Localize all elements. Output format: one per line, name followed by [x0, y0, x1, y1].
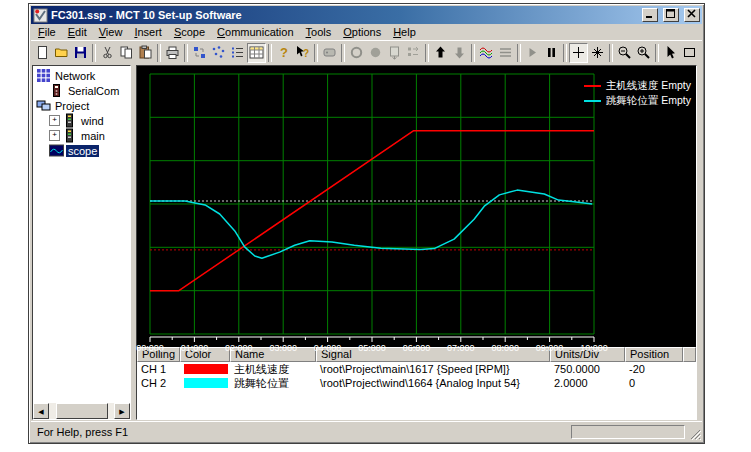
- x-tick-label: 07:000: [447, 343, 475, 353]
- x-tick-label: 02:000: [225, 343, 253, 353]
- column-header-position[interactable]: Position: [625, 347, 683, 362]
- zoom-in-icon[interactable]: [634, 43, 653, 63]
- pause-icon[interactable]: [542, 43, 561, 63]
- new-icon[interactable]: [33, 43, 52, 63]
- menu-edit[interactable]: Edit: [62, 25, 93, 39]
- main-window: FC301.ssp - MCT 10 Set-up Software FileE…: [28, 3, 705, 444]
- toolbar-separator: [341, 44, 345, 62]
- channel-color-swatch: [184, 378, 228, 388]
- print-icon[interactable]: [163, 43, 182, 63]
- tree-item-label: main: [79, 130, 107, 142]
- tree-item-network[interactable]: Network: [33, 68, 130, 83]
- scope-chart[interactable]: 00:00001:00002:00003:00004:00005:00006:0…: [137, 66, 696, 347]
- tree-item-label: scope: [66, 145, 99, 157]
- tree-item-serialcom[interactable]: SerialCom: [33, 83, 130, 98]
- open-icon[interactable]: [52, 43, 71, 63]
- tree-item-project[interactable]: Project: [33, 98, 130, 113]
- zoom-box-icon[interactable]: [680, 43, 699, 63]
- stop-icon: [347, 43, 366, 63]
- scrollbar-track[interactable]: [49, 403, 114, 419]
- pointer-icon[interactable]: [661, 43, 680, 63]
- step-right-icon[interactable]: [699, 43, 702, 63]
- x-tick-label: 01:000: [181, 343, 209, 353]
- cell-units_div: 2.0000: [550, 377, 625, 389]
- tree-item-label: wind: [79, 115, 106, 127]
- network-scan-icon[interactable]: [209, 43, 228, 63]
- cell-name: 跳舞轮位置: [230, 376, 316, 391]
- cut-icon[interactable]: [98, 43, 117, 63]
- zoom-out-icon[interactable]: [615, 43, 634, 63]
- menu-tools[interactable]: Tools: [300, 25, 338, 39]
- parameter-sort-icon[interactable]: [190, 43, 209, 63]
- maximize-button[interactable]: [663, 8, 679, 22]
- record-icon: [366, 43, 385, 63]
- connect-drive-icon: [320, 43, 339, 63]
- legend-label: 主机线速度 Empty: [606, 79, 691, 93]
- toolbar: ??: [31, 40, 702, 64]
- scroll-right-button[interactable]: ▶: [114, 403, 130, 419]
- x-tick-label: 10:000: [580, 343, 608, 353]
- toolbar-separator: [184, 44, 188, 62]
- table-row[interactable]: CH 1主机线速度\root\Project\main\1617 {Speed …: [137, 362, 696, 376]
- column-header-filler: [683, 347, 696, 362]
- table-row[interactable]: CH 2跳舞轮位置\root\Project\wind\1664 {Analog…: [137, 376, 696, 390]
- scope-wave-icon[interactable]: [477, 43, 496, 63]
- parameter-grid-icon[interactable]: [247, 43, 266, 63]
- minimize-icon: [645, 9, 655, 18]
- play-icon: [523, 43, 542, 63]
- scope-plot-svg[interactable]: 00:00001:00002:00003:00004:00005:00006:0…: [137, 66, 696, 347]
- cell-signal: \root\Project\main\1617 {Speed [RPM]}: [316, 363, 550, 375]
- tracking-cursor-icon[interactable]: [588, 43, 607, 63]
- menu-options[interactable]: Options: [337, 25, 387, 39]
- crosshair-icon[interactable]: [569, 43, 588, 63]
- resize-grip-icon[interactable]: [688, 427, 701, 440]
- toolbar-separator: [517, 44, 521, 62]
- close-button[interactable]: [684, 8, 700, 22]
- status-progress-field: [571, 425, 685, 439]
- cell-color: [180, 364, 230, 374]
- legend-label: 跳舞轮位置 Empty: [606, 94, 691, 108]
- drive-icon: [62, 113, 77, 128]
- context-help-icon[interactable]: ?: [293, 43, 312, 63]
- tree-hscrollbar[interactable]: ◀ ▶: [33, 403, 130, 419]
- expand-icon[interactable]: +: [49, 115, 60, 126]
- project-tree-panel: NetworkSerialComProject+wind+mainscope ◀…: [32, 65, 131, 420]
- x-tick-label: 00:000: [136, 343, 164, 353]
- scope-lines-icon: [496, 43, 515, 63]
- drive-icon: [62, 128, 77, 143]
- menu-insert[interactable]: Insert: [128, 25, 168, 39]
- scrollbar-thumb[interactable]: [56, 403, 108, 419]
- save-icon[interactable]: [71, 43, 90, 63]
- menu-help[interactable]: Help: [387, 25, 422, 39]
- tree-item-scope[interactable]: scope: [33, 143, 130, 158]
- toolbar-separator: [655, 44, 659, 62]
- svg-text:?: ?: [280, 45, 288, 60]
- copy-icon[interactable]: [117, 43, 136, 63]
- scroll-left-button[interactable]: ◀: [33, 403, 49, 419]
- cell-signal: \root\Project\wind\1664 {Analog Input 54…: [316, 377, 550, 389]
- tree-item-main[interactable]: +main: [33, 128, 130, 143]
- move-down-icon: [450, 43, 469, 63]
- move-up-icon[interactable]: [431, 43, 450, 63]
- tree-item-label: Project: [53, 100, 91, 112]
- menu-bar: FileEditViewInsertScopeCommunicationTool…: [31, 24, 702, 40]
- titlebar[interactable]: FC301.ssp - MCT 10 Set-up Software: [31, 6, 702, 24]
- status-text: For Help, press F1: [37, 426, 128, 438]
- cell-position: -20: [625, 363, 683, 375]
- cell-position: 0: [625, 377, 683, 389]
- project-icon: [36, 98, 51, 113]
- help-icon[interactable]: ?: [274, 43, 293, 63]
- minimize-button[interactable]: [642, 8, 658, 22]
- menu-scope[interactable]: Scope: [168, 25, 211, 39]
- toolbar-separator: [92, 44, 96, 62]
- parameter-list-icon[interactable]: [228, 43, 247, 63]
- paste-icon[interactable]: [136, 43, 155, 63]
- tree-item-wind[interactable]: +wind: [33, 113, 130, 128]
- expand-icon[interactable]: +: [49, 130, 60, 141]
- serial-device-icon: [49, 83, 64, 98]
- app-icon: [33, 8, 48, 23]
- cell-polling: CH 1: [137, 363, 180, 375]
- menu-file[interactable]: File: [32, 25, 62, 39]
- menu-view[interactable]: View: [93, 25, 129, 39]
- menu-communication[interactable]: Communication: [211, 25, 299, 39]
